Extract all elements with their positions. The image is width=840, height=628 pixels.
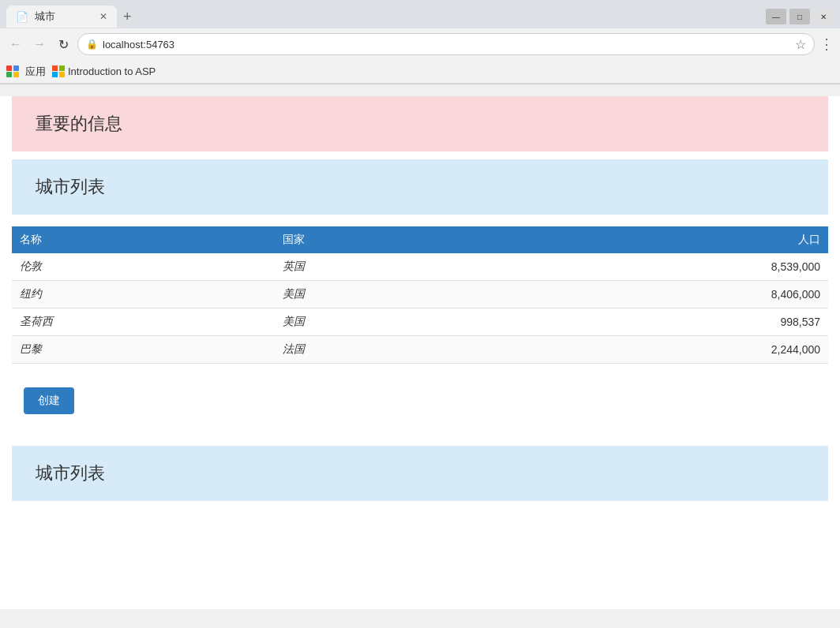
cell-population: 998,537 xyxy=(478,308,828,336)
cell-country: 英国 xyxy=(275,253,478,281)
cell-name: 圣荷西 xyxy=(12,308,275,336)
create-button-container: 创建 xyxy=(12,379,828,430)
alert-section: 重要的信息 xyxy=(12,96,828,151)
active-tab[interactable]: 📄 城市 ✕ xyxy=(6,6,117,28)
tab-title: 城市 xyxy=(35,9,55,24)
cell-name: 纽约 xyxy=(12,281,275,308)
minimize-button[interactable]: — xyxy=(766,9,786,24)
create-button[interactable]: 创建 xyxy=(24,387,74,414)
col-header-name: 名称 xyxy=(12,226,275,253)
close-button[interactable]: ✕ xyxy=(813,9,834,24)
url-text: localhost:54763 xyxy=(103,39,174,50)
cell-country: 美国 xyxy=(275,308,478,336)
cities-table-container: 名称 国家 人口 伦敦 英国 8,539,000 纽约 美国 8,406,000… xyxy=(12,226,828,364)
bookmark-introduction-to-asp[interactable]: Introduction to ASP xyxy=(52,65,156,78)
cell-country: 法国 xyxy=(275,336,478,364)
address-bar-row: ← → ↻ 🔒 localhost:54763 ☆ ⋮ xyxy=(0,28,840,60)
star-icon[interactable]: ☆ xyxy=(795,37,806,52)
tab-favicon: 📄 xyxy=(16,11,28,23)
apps-label[interactable]: 应用 xyxy=(25,65,46,79)
address-bar[interactable]: 🔒 localhost:54763 ☆ xyxy=(77,33,815,55)
forward-button[interactable]: → xyxy=(30,35,49,54)
table-header-row: 名称 国家 人口 xyxy=(12,226,828,253)
cell-name: 伦敦 xyxy=(12,253,275,281)
table-row: 巴黎 法国 2,244,000 xyxy=(12,336,828,364)
alert-title: 重要的信息 xyxy=(36,112,804,136)
back-button[interactable]: ← xyxy=(6,35,25,54)
tab-bar: 📄 城市 ✕ + — □ ✕ xyxy=(0,0,840,28)
refresh-button[interactable]: ↻ xyxy=(54,35,73,54)
new-tab-button[interactable]: + xyxy=(123,9,132,25)
section-title: 城市列表 xyxy=(36,175,804,199)
menu-button[interactable]: ⋮ xyxy=(819,36,834,53)
lock-icon: 🔒 xyxy=(86,39,98,50)
table-row: 伦敦 英国 8,539,000 xyxy=(12,253,828,281)
table-row: 圣荷西 美国 998,537 xyxy=(12,308,828,336)
maximize-button[interactable]: □ xyxy=(789,9,810,24)
cities-table: 名称 国家 人口 伦敦 英国 8,539,000 纽约 美国 8,406,000… xyxy=(12,226,828,364)
browser-chrome: 📄 城市 ✕ + — □ ✕ ← → ↻ 🔒 localhost:54763 ☆… xyxy=(0,0,840,84)
page-content: 重要的信息 城市列表 名称 国家 人口 伦敦 英国 8,539,000 纽约 美… xyxy=(0,96,840,609)
table-row: 纽约 美国 8,406,000 xyxy=(12,281,828,308)
bookmark-label: Introduction to ASP xyxy=(68,65,156,77)
apps-icon[interactable] xyxy=(6,65,19,78)
window-controls: — □ ✕ xyxy=(766,9,834,24)
tab-close-button[interactable]: ✕ xyxy=(99,11,107,22)
cell-country: 美国 xyxy=(275,281,478,308)
cell-population: 8,406,000 xyxy=(478,281,828,308)
cell-population: 8,539,000 xyxy=(478,253,828,281)
cell-population: 2,244,000 xyxy=(478,336,828,364)
section-header: 城市列表 xyxy=(12,159,828,215)
col-header-country: 国家 xyxy=(275,226,478,253)
section-header-2: 城市列表 xyxy=(12,446,828,501)
col-header-population: 人口 xyxy=(478,226,828,253)
cell-name: 巴黎 xyxy=(12,336,275,364)
section-title-2: 城市列表 xyxy=(36,462,804,485)
ms-logo-icon xyxy=(52,65,65,78)
bookmarks-bar: 应用 Introduction to ASP xyxy=(0,60,840,84)
